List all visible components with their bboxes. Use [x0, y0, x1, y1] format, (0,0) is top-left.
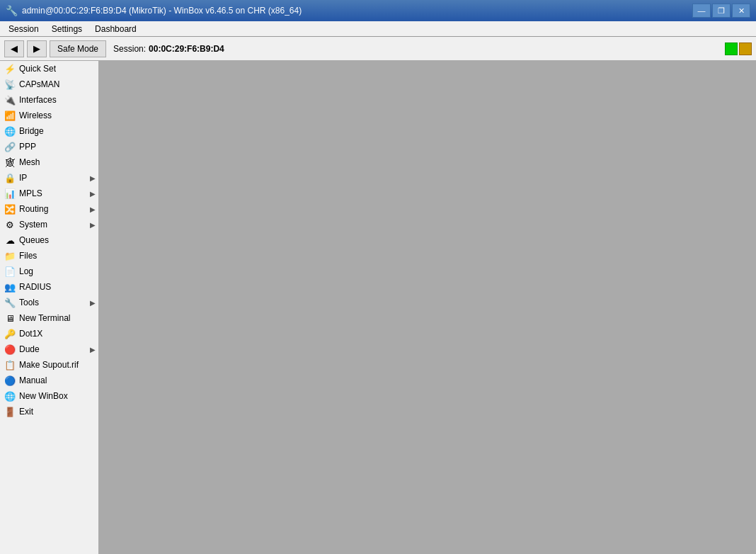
interfaces-icon: 🔌: [4, 94, 16, 106]
safe-mode-button[interactable]: Safe Mode: [50, 40, 106, 57]
bridge-label: Bridge: [19, 126, 44, 136]
sidebar-item-bridge[interactable]: 🌐Bridge: [0, 123, 98, 139]
mpls-arrow-icon: ▶: [90, 190, 96, 198]
dude-icon: 🔴: [4, 344, 16, 355]
sidebar-item-exit[interactable]: 🚪Exit: [0, 404, 98, 419]
wireless-label: Wireless: [19, 111, 52, 120]
content-area: [99, 61, 756, 554]
dot1x-icon: 🔑: [4, 328, 16, 339]
forward-button[interactable]: ▶: [27, 40, 47, 57]
wireless-icon: 📶: [4, 110, 16, 121]
menu-session[interactable]: Session: [3, 23, 45, 35]
sidebar-item-tools[interactable]: 🔧Tools▶: [0, 295, 98, 310]
new-winbox-label: New WinBox: [19, 391, 68, 401]
tools-label: Tools: [19, 298, 39, 307]
sidebar-item-radius[interactable]: 👥RADIUS: [0, 279, 98, 295]
dude-label: Dude: [19, 344, 40, 354]
queues-icon: ☁: [4, 234, 16, 246]
new-terminal-icon: 🖥: [4, 312, 16, 324]
sidebar-item-queues[interactable]: ☁Queues: [0, 232, 98, 248]
new-terminal-label: New Terminal: [19, 313, 70, 323]
tools-icon: 🔧: [4, 297, 16, 308]
sidebar-item-ppp[interactable]: 🔗PPP: [0, 139, 98, 154]
exit-label: Exit: [19, 407, 33, 417]
system-label: System: [19, 220, 47, 230]
app-icon: 🔧: [6, 5, 18, 16]
interfaces-label: Interfaces: [19, 95, 57, 105]
system-icon: ⚙: [4, 219, 16, 230]
sidebar-item-dot1x[interactable]: 🔑Dot1X: [0, 326, 98, 341]
make-supout-icon: 📋: [4, 359, 16, 371]
menu-settings[interactable]: Settings: [46, 23, 88, 35]
session-label: Session:: [113, 44, 146, 54]
sidebar-item-log[interactable]: 📄Log: [0, 264, 98, 279]
ppp-icon: 🔗: [4, 141, 16, 152]
sidebar-item-mesh[interactable]: 🕸Mesh: [0, 154, 98, 170]
routing-label: Routing: [19, 204, 48, 214]
sidebar: ⚡Quick Set📡CAPsMAN🔌Interfaces📶Wireless🌐B…: [0, 61, 99, 554]
toolbar: ◀ ▶ Safe Mode Session: 00:0C:29:F6:B9:D4: [0, 37, 756, 61]
files-label: Files: [19, 251, 37, 261]
sidebar-item-quick-set[interactable]: ⚡Quick Set: [0, 61, 98, 77]
routing-arrow-icon: ▶: [90, 205, 96, 213]
sidebar-item-capsman[interactable]: 📡CAPsMAN: [0, 77, 98, 92]
manual-icon: 🔵: [4, 375, 16, 386]
menu-dashboard[interactable]: Dashboard: [89, 23, 142, 35]
title-bar-controls: — ❐ ✕: [692, 4, 750, 18]
ppp-label: PPP: [19, 142, 36, 152]
capsman-label: CAPsMAN: [19, 79, 59, 89]
log-icon: 📄: [4, 266, 16, 277]
manual-label: Manual: [19, 375, 47, 385]
mpls-label: MPLS: [19, 188, 42, 198]
log-label: Log: [19, 266, 33, 276]
sidebar-item-dude[interactable]: 🔴Dude▶: [0, 341, 98, 357]
status-indicators: [725, 43, 752, 55]
restore-button[interactable]: ❐: [712, 4, 731, 18]
ip-arrow-icon: ▶: [90, 174, 96, 182]
files-icon: 📁: [4, 250, 16, 261]
mesh-label: Mesh: [19, 157, 40, 167]
make-supout-label: Make Supout.rif: [19, 360, 79, 370]
sidebar-item-make-supout[interactable]: 📋Make Supout.rif: [0, 357, 98, 373]
quick-set-icon: ⚡: [4, 63, 16, 74]
sidebar-item-files[interactable]: 📁Files: [0, 248, 98, 264]
dot1x-label: Dot1X: [19, 329, 42, 339]
sidebar-item-new-terminal[interactable]: 🖥New Terminal: [0, 310, 98, 326]
ip-icon: 🔒: [4, 172, 16, 183]
quick-set-label: Quick Set: [19, 64, 56, 74]
sidebar-item-mpls[interactable]: 📊MPLS▶: [0, 186, 98, 201]
tools-arrow-icon: ▶: [90, 299, 96, 307]
queues-label: Queues: [19, 235, 49, 245]
radius-label: RADIUS: [19, 282, 51, 292]
title-bar-left: 🔧 admin@00:0C:29:F6:B9:D4 (MikroTik) - W…: [6, 5, 302, 16]
sidebar-item-ip[interactable]: 🔒IP▶: [0, 170, 98, 186]
minimize-button[interactable]: —: [692, 4, 711, 18]
sidebar-item-routing[interactable]: 🔀Routing▶: [0, 201, 98, 217]
back-button[interactable]: ◀: [4, 40, 24, 57]
routing-icon: 🔀: [4, 203, 16, 215]
sidebar-item-new-winbox[interactable]: 🌐New WinBox: [0, 388, 98, 404]
status-green-indicator: [725, 43, 738, 55]
menu-bar: Session Settings Dashboard: [0, 21, 756, 37]
dude-arrow-icon: ▶: [90, 346, 96, 354]
mesh-icon: 🕸: [4, 157, 16, 168]
mpls-icon: 📊: [4, 188, 16, 199]
exit-icon: 🚪: [4, 406, 16, 417]
bridge-icon: 🌐: [4, 125, 16, 137]
sidebar-item-wireless[interactable]: 📶Wireless: [0, 108, 98, 123]
session-value: 00:0C:29:F6:B9:D4: [149, 44, 224, 54]
title-text: admin@00:0C:29:F6:B9:D4 (MikroTik) - Win…: [22, 6, 302, 16]
status-yellow-indicator: [739, 43, 752, 55]
capsman-icon: 📡: [4, 79, 16, 90]
close-button[interactable]: ✕: [732, 4, 750, 18]
ip-label: IP: [19, 173, 27, 183]
system-arrow-icon: ▶: [90, 221, 96, 229]
radius-icon: 👥: [4, 281, 16, 293]
new-winbox-icon: 🌐: [4, 390, 16, 402]
title-bar: 🔧 admin@00:0C:29:F6:B9:D4 (MikroTik) - W…: [0, 0, 756, 21]
sidebar-item-manual[interactable]: 🔵Manual: [0, 373, 98, 388]
sidebar-item-interfaces[interactable]: 🔌Interfaces: [0, 92, 98, 108]
sidebar-item-system[interactable]: ⚙System▶: [0, 217, 98, 232]
main-container: ⚡Quick Set📡CAPsMAN🔌Interfaces📶Wireless🌐B…: [0, 61, 756, 554]
